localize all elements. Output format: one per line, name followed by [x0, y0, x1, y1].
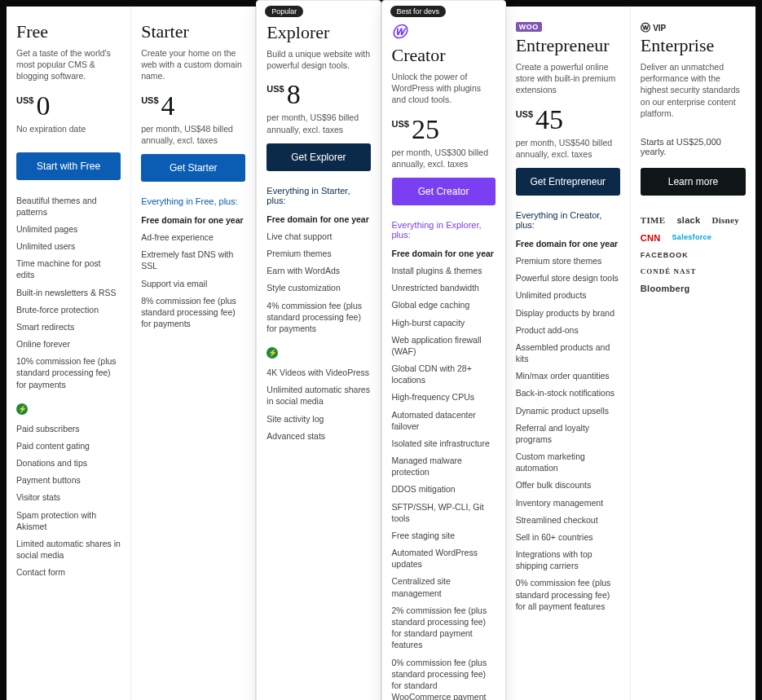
inherits-label: Everything in Creator, plus:: [516, 210, 620, 230]
plan-title: Creator: [392, 45, 496, 66]
plan-desc: Create your home on the web with a custo…: [141, 47, 245, 82]
logo-salesforce: Salesforce: [672, 233, 712, 243]
price: US$ 8: [266, 81, 370, 108]
logo-cnn: CNN: [641, 233, 661, 243]
feature-list: Free domain for one year Premium store t…: [516, 238, 620, 612]
plan-starter: Starter Create your home on the web with…: [131, 7, 256, 700]
cta-enterprise[interactable]: Learn more: [641, 168, 746, 196]
logo-condenast: CONDÉ NAST: [641, 267, 697, 275]
plan-desc: Get a taste of the world's most popular …: [16, 47, 121, 82]
woo-icon: WOO: [516, 22, 542, 32]
cta-starter[interactable]: Get Starter: [141, 154, 245, 182]
price-sub: per month, US$300 billed annually, excl.…: [392, 147, 496, 169]
plan-title: Entrepreneur: [516, 35, 620, 56]
vip-icon: ⓦ VIP: [641, 21, 746, 35]
cta-free[interactable]: Start with Free: [16, 152, 121, 180]
logo-slack: slack: [676, 215, 700, 225]
plan-title: Starter: [141, 21, 245, 42]
plan-title: Explorer: [266, 22, 370, 43]
jetpack-icon: ⚡: [266, 347, 278, 359]
jetpack-icon: ⚡: [16, 403, 28, 415]
cta-entrepreneur[interactable]: Get Entrepreneur: [516, 168, 620, 196]
feature-list: Free domain for one year Ad-free experie…: [141, 214, 245, 329]
plan-title: Free: [16, 21, 121, 42]
feature-list: Beautiful themes and patterns Unlimited …: [16, 195, 121, 390]
pricing-grid: Free Get a taste of the world's most pop…: [7, 7, 755, 700]
plan-desc: Deliver an unmatched performance with th…: [641, 61, 746, 119]
price-sub: per month, US$48 billed annually, excl. …: [141, 123, 245, 146]
price: US$ 4: [141, 92, 245, 120]
inherits-label: Everything in Free, plus:: [141, 196, 245, 206]
extra-list: Paid subscribers Paid content gating Don…: [16, 423, 121, 579]
best-for-devs-badge: Best for devs: [390, 6, 447, 17]
feature-list: Free domain for one year Live chat suppo…: [266, 214, 370, 334]
cta-explorer[interactable]: Get Explorer: [266, 143, 370, 171]
enterprise-logos: TIME slack Disney CNN Salesforce FACEBOO…: [641, 215, 746, 293]
plan-free: Free Get a taste of the world's most pop…: [7, 7, 131, 700]
plan-desc: Unlock the power of WordPress with plugi…: [392, 71, 496, 106]
logo-disney: Disney: [711, 215, 739, 225]
inherits-label: Everything in Explorer, plus:: [392, 220, 496, 240]
price-sub: No expiration date: [16, 123, 121, 144]
feature-list: Free domain for one year Install plugins…: [392, 248, 496, 700]
inherits-label: Everything in Starter, plus:: [266, 186, 370, 205]
plan-creator: Best for devs ⓦ Creator Unlock the power…: [381, 0, 506, 700]
price-sub: per month, US$540 billed annually, excl.…: [516, 137, 620, 160]
logo-facebook: FACEBOOK: [641, 251, 689, 259]
plan-title: Enterprise: [641, 35, 746, 56]
enterprise-pricing: Starts at US$25,000 yearly.: [641, 137, 746, 156]
price: US$ 0: [16, 92, 121, 120]
plan-desc: Create a powerful online store with buil…: [516, 61, 620, 96]
price: US$ 45: [516, 106, 620, 134]
logo-time: TIME: [641, 215, 666, 225]
price: US$ 25: [392, 116, 496, 143]
popular-badge: Popular: [265, 6, 303, 17]
wordpress-icon: ⓦ: [392, 22, 496, 42]
cta-creator[interactable]: Get Creator: [392, 178, 496, 205]
logo-bloomberg: Bloomberg: [641, 284, 690, 293]
plan-explorer: Popular Explorer Build a unique website …: [256, 0, 381, 700]
plan-enterprise: ⓦ VIP Enterprise Deliver an unmatched pe…: [631, 7, 755, 700]
plan-desc: Build a unique website with powerful des…: [266, 48, 370, 71]
extra-list: 4K Videos with VideoPress Unlimited auto…: [266, 367, 370, 442]
price-sub: per month, US$96 billed annually, excl. …: [266, 112, 370, 134]
plan-entrepreneur: WOO Entrepreneur Create a powerful onlin…: [506, 7, 631, 700]
